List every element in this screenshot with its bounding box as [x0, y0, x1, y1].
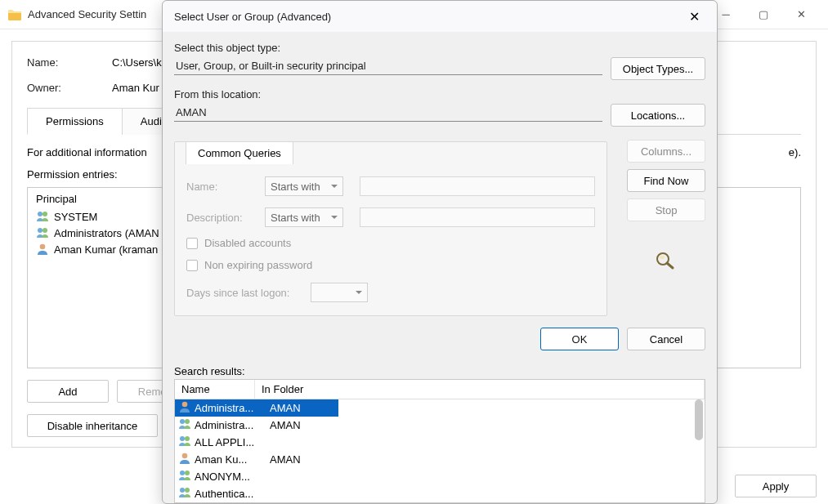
svg-point-7	[182, 402, 188, 408]
user-icon	[36, 243, 49, 256]
group-icon	[36, 210, 49, 223]
svg-point-12	[182, 453, 188, 459]
maximize-button[interactable]: ▢	[745, 2, 782, 28]
svg-point-6	[660, 256, 665, 259]
cancel-button[interactable]: Cancel	[627, 328, 705, 350]
result-name: ANONYM...	[195, 471, 266, 483]
close-button[interactable]: ✕	[782, 2, 820, 28]
svg-point-8	[180, 419, 185, 424]
results-label: Search results:	[174, 365, 705, 377]
col-name[interactable]: Name	[175, 380, 255, 399]
days-since-label: Days since last logon:	[186, 287, 301, 299]
disable-inheritance-button[interactable]: Disable inheritance	[27, 414, 158, 437]
common-queries-frame: Common Queries Name: Starts with Descrip…	[174, 141, 607, 316]
svg-point-13	[180, 471, 185, 475]
q-name-input[interactable]	[360, 176, 595, 196]
result-name: Administra...	[195, 402, 266, 414]
result-folder: AMAN	[270, 419, 301, 431]
location-input[interactable]	[174, 104, 602, 122]
svg-point-1	[43, 212, 47, 216]
folder-icon	[8, 9, 21, 20]
q-desc-label: Description:	[186, 212, 255, 224]
result-row[interactable]: ANONYM...	[175, 468, 338, 485]
common-queries-tab[interactable]: Common Queries	[186, 141, 293, 164]
svg-point-0	[38, 212, 43, 216]
from-location-label: From this location:	[174, 88, 705, 100]
group-icon	[178, 435, 191, 450]
col-folder[interactable]: In Folder	[255, 380, 705, 399]
svg-point-16	[185, 488, 190, 493]
entry-label: Aman Kumar (kraman	[54, 243, 158, 256]
non-expiring-label: Non expiring password	[204, 259, 312, 271]
owner-label: Owner:	[27, 82, 112, 94]
days-combo[interactable]	[311, 283, 368, 302]
result-row[interactable]: ALL APPLI...	[175, 434, 338, 451]
group-icon	[178, 469, 191, 484]
search-icon	[653, 251, 679, 270]
group-icon	[36, 226, 49, 239]
result-folder: AMAN	[270, 453, 301, 466]
trail-text: e).	[789, 146, 801, 168]
stop-button[interactable]: Stop	[627, 198, 705, 221]
entry-label: SYSTEM	[54, 211, 97, 223]
svg-point-10	[180, 436, 185, 441]
name-value: C:\Users\k	[112, 56, 162, 69]
owner-value: Aman Kur	[112, 82, 159, 94]
result-name: Administra...	[195, 419, 266, 431]
svg-point-2	[38, 228, 43, 233]
svg-point-4	[40, 244, 46, 250]
dialog-title: Select User or Group (Advanced)	[174, 11, 683, 23]
results-list[interactable]: Name In Folder Administra...AMANAdminist…	[174, 379, 705, 503]
svg-point-11	[185, 436, 190, 441]
result-row[interactable]: Authentica...	[175, 485, 338, 502]
result-name: Aman Ku...	[195, 453, 266, 466]
result-name: Authentica...	[195, 488, 266, 500]
results-header: Name In Folder	[175, 380, 705, 399]
scrollbar-thumb[interactable]	[695, 399, 703, 440]
disabled-accounts-checkbox[interactable]	[186, 238, 198, 249]
svg-point-9	[185, 419, 190, 424]
name-label: Name:	[27, 56, 112, 69]
ok-button[interactable]: OK	[540, 328, 619, 350]
q-name-label: Name:	[186, 181, 255, 193]
result-row[interactable]: Aman Ku...AMAN	[175, 451, 338, 468]
group-icon	[178, 417, 191, 433]
user-icon	[178, 400, 191, 416]
svg-point-15	[180, 488, 185, 493]
result-folder: AMAN	[270, 402, 301, 414]
tab-permissions[interactable]: Permissions	[27, 108, 123, 135]
object-type-label: Select this object type:	[174, 42, 705, 54]
select-user-dialog: Select User or Group (Advanced) ✕ Select…	[162, 0, 718, 504]
apply-button[interactable]: Apply	[735, 475, 817, 497]
non-expiring-checkbox[interactable]	[186, 260, 198, 271]
locations-button[interactable]: Locations...	[611, 104, 705, 127]
object-types-button[interactable]: Object Types...	[611, 57, 705, 80]
columns-button[interactable]: Columns...	[627, 140, 705, 163]
object-type-input[interactable]	[174, 57, 602, 75]
find-now-button[interactable]: Find Now	[627, 169, 705, 192]
svg-point-14	[185, 471, 190, 475]
q-desc-combo[interactable]: Starts with	[265, 207, 343, 227]
svg-point-3	[43, 228, 47, 233]
user-icon	[178, 452, 191, 467]
result-row[interactable]: Administra...AMAN	[175, 417, 338, 434]
q-desc-input[interactable]	[360, 207, 595, 227]
add-button[interactable]: Add	[27, 380, 109, 403]
disabled-accounts-label: Disabled accounts	[204, 237, 291, 249]
q-name-combo[interactable]: Starts with	[265, 176, 343, 196]
info-text: For additional information	[27, 146, 147, 158]
dialog-titlebar: Select User or Group (Advanced) ✕	[163, 1, 717, 32]
entry-label: Administrators (AMAN	[54, 227, 159, 239]
result-name: ALL APPLI...	[195, 436, 266, 448]
result-row[interactable]: Administra...AMAN	[175, 399, 338, 417]
close-icon[interactable]: ✕	[683, 5, 705, 28]
group-icon	[178, 486, 191, 502]
